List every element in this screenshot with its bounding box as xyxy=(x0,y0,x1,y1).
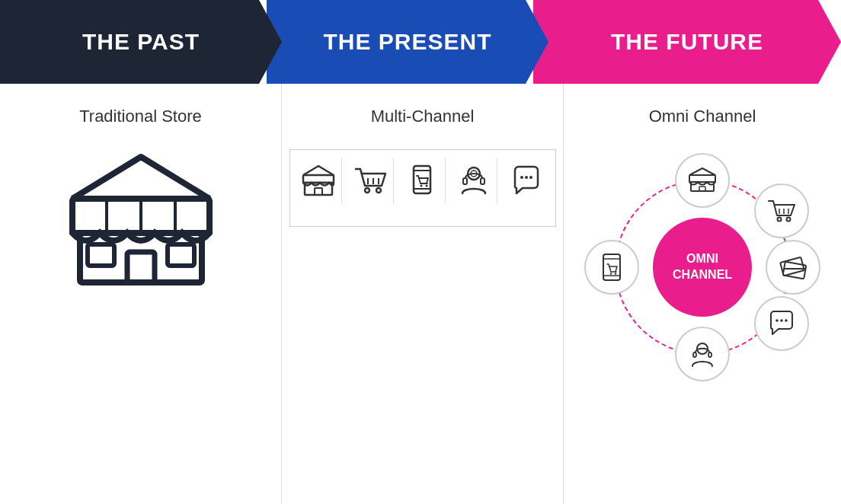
svg-point-28 xyxy=(529,176,532,179)
svg-point-32 xyxy=(778,218,782,222)
present-column: Multi-Channel xyxy=(282,84,564,504)
svg-rect-3 xyxy=(88,244,114,266)
mc-chat-icon xyxy=(504,158,549,203)
svg-point-27 xyxy=(525,176,528,179)
svg-point-49 xyxy=(610,273,612,274)
svg-point-21 xyxy=(426,185,428,187)
omni-center: OMNI CHANNEL xyxy=(653,218,752,317)
omni-label-2: CHANNEL xyxy=(673,267,732,283)
sat-chat xyxy=(754,296,809,351)
svg-rect-25 xyxy=(481,178,484,184)
content-row: Traditional Store xyxy=(0,84,841,504)
sat-support xyxy=(675,327,730,381)
sat-store xyxy=(675,153,730,208)
svg-point-41 xyxy=(780,319,783,322)
svg-rect-29 xyxy=(689,175,715,182)
past-column: Traditional Store xyxy=(0,84,282,504)
future-label: THE FUTURE xyxy=(611,29,763,55)
svg-point-13 xyxy=(376,188,381,193)
svg-point-26 xyxy=(520,176,523,179)
mc-cart-icon xyxy=(348,158,394,203)
future-column: Omni Channel OMNI CHANNEL xyxy=(564,84,841,504)
header-row: THE PAST THE PRESENT THE FUTURE xyxy=(0,0,841,84)
sat-mobile xyxy=(584,240,639,295)
svg-point-42 xyxy=(785,319,788,322)
header-past: THE PAST xyxy=(0,0,282,84)
multichannel-icons xyxy=(289,149,556,227)
svg-rect-24 xyxy=(463,178,467,184)
svg-rect-46 xyxy=(603,254,620,280)
svg-rect-44 xyxy=(693,352,696,357)
svg-rect-4 xyxy=(168,244,194,266)
store-icon xyxy=(65,149,217,297)
svg-rect-45 xyxy=(708,352,711,357)
mc-store-icon xyxy=(296,158,342,203)
past-label: THE PAST xyxy=(82,29,200,55)
svg-point-20 xyxy=(420,185,423,187)
mc-support-icon xyxy=(452,158,497,203)
future-title: Omni Channel xyxy=(649,107,756,126)
past-title: Traditional Store xyxy=(79,107,202,126)
header-present: THE PRESENT xyxy=(267,0,548,84)
omni-diagram: OMNI CHANNEL xyxy=(580,145,824,389)
svg-point-50 xyxy=(615,273,616,274)
svg-rect-11 xyxy=(315,188,322,195)
svg-rect-2 xyxy=(127,252,155,282)
svg-point-33 xyxy=(787,218,791,222)
present-title: Multi-Channel xyxy=(371,107,475,126)
header-future: THE FUTURE xyxy=(533,0,841,84)
sat-payment xyxy=(766,240,820,295)
sat-cart xyxy=(754,183,809,238)
omni-label-1: OMNI xyxy=(686,251,718,267)
svg-point-40 xyxy=(775,319,779,322)
present-label: THE PRESENT xyxy=(323,29,491,55)
svg-point-12 xyxy=(365,188,369,193)
mc-mobile-icon xyxy=(400,158,446,203)
